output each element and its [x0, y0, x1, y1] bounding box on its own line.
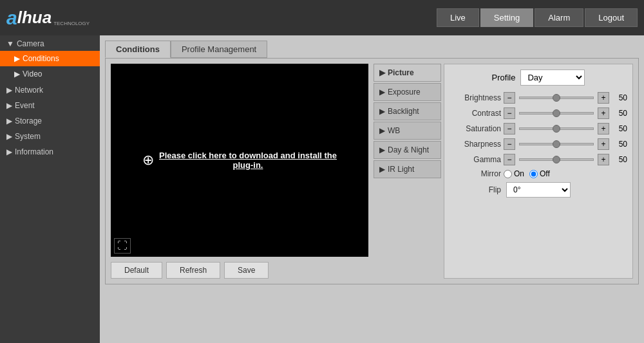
- sidebar-event-label: Event: [15, 101, 35, 110]
- brightness-track[interactable]: [519, 97, 594, 99]
- default-button[interactable]: Default: [111, 262, 162, 279]
- sidebar-camera-label: Camera: [17, 39, 44, 48]
- sidebar-section-camera[interactable]: ▼ Camera: [0, 35, 100, 51]
- mirror-off-option[interactable]: Off: [529, 169, 550, 178]
- brightness-plus[interactable]: +: [598, 92, 609, 104]
- contrast-value: 50: [612, 109, 627, 118]
- contrast-minus[interactable]: −: [504, 107, 515, 119]
- arrow-right-icon6: ▶: [6, 132, 12, 141]
- brightness-row: Brightness − + 50: [450, 92, 627, 104]
- sidebar-section-event[interactable]: ▶ Event: [0, 97, 100, 113]
- plugin-msg-line1: Please click here to download and instal…: [159, 151, 337, 160]
- picture-panel: ▶ Picture ▶ Exposure ▶ Backlight ▶ WB: [374, 64, 633, 279]
- tri-icon2: ▶: [379, 88, 385, 97]
- nav-live[interactable]: Live: [437, 8, 479, 27]
- gamma-row: Gamma − + 50: [450, 154, 627, 165]
- sidebar-item-video[interactable]: ▶ Video: [0, 66, 100, 82]
- saturation-row: Saturation − + 50: [450, 123, 627, 134]
- tab-content: ⊕ Please click here to download and inst…: [105, 58, 639, 284]
- backlight-label: Backlight: [388, 107, 419, 116]
- picture-menu-exposure[interactable]: ▶ Exposure: [374, 83, 441, 101]
- plugin-download-link[interactable]: Please click here to download and instal…: [159, 151, 337, 170]
- arrow-right-icon5: ▶: [6, 116, 12, 125]
- saturation-label: Saturation: [450, 124, 501, 133]
- contrast-thumb[interactable]: [553, 109, 560, 117]
- gamma-plus[interactable]: +: [598, 154, 609, 165]
- sharpness-minus[interactable]: −: [504, 138, 515, 150]
- sidebar-section-network[interactable]: ▶ Network: [0, 82, 100, 97]
- gamma-label: Gamma: [450, 155, 501, 164]
- picture-menu-wb[interactable]: ▶ WB: [374, 122, 441, 140]
- sidebar: ▼ Camera ▶ Conditions ▶ Video ▶ Network …: [0, 35, 100, 343]
- contrast-row: Contrast − + 50: [450, 107, 627, 119]
- saturation-minus[interactable]: −: [504, 123, 515, 134]
- profile-select[interactable]: Day Night Normal: [520, 70, 585, 86]
- gamma-track[interactable]: [519, 158, 594, 161]
- saturation-thumb[interactable]: [553, 125, 560, 133]
- saturation-value: 50: [612, 124, 627, 133]
- mirror-on-radio[interactable]: [504, 170, 512, 178]
- sidebar-conditions-label: Conditions: [23, 54, 59, 63]
- sidebar-item-conditions[interactable]: ▶ Conditions: [0, 51, 100, 66]
- sidebar-section-storage[interactable]: ▶ Storage: [0, 113, 100, 128]
- mirror-row: Mirror On Off: [450, 169, 627, 178]
- header: a lhua TECHNOLOGY Live Setting Alarm Log…: [0, 0, 644, 35]
- tri-icon: ▶: [379, 68, 385, 77]
- arrow-right-icon: ▶: [14, 54, 20, 63]
- gamma-minus[interactable]: −: [504, 154, 515, 165]
- sharpness-track[interactable]: [519, 143, 594, 145]
- contrast-label: Contrast: [450, 109, 501, 118]
- daynight-label: Day & Night: [388, 145, 429, 154]
- tab-profile-management[interactable]: Profile Management: [171, 41, 267, 58]
- flip-select[interactable]: 0° 90° 180° 270°: [506, 182, 571, 198]
- picture-menu-backlight[interactable]: ▶ Backlight: [374, 102, 441, 120]
- picture-menu-irlight[interactable]: ▶ IR Light: [374, 160, 441, 178]
- contrast-track[interactable]: [519, 112, 594, 115]
- picture-menu-daynight[interactable]: ▶ Day & Night: [374, 141, 441, 159]
- sidebar-section-system[interactable]: ▶ System: [0, 128, 100, 144]
- tab-conditions[interactable]: Conditions: [105, 41, 171, 58]
- mirror-off-radio[interactable]: [529, 170, 538, 178]
- nav-alarm[interactable]: Alarm: [535, 8, 583, 27]
- logo-sub: TECHNOLOGY: [53, 21, 90, 26]
- sharpness-row: Sharpness − + 50: [450, 138, 627, 150]
- refresh-button[interactable]: Refresh: [166, 262, 220, 279]
- mirror-on-label: On: [514, 169, 524, 178]
- plugin-msg-line2: plug-in.: [233, 160, 263, 170]
- nav-buttons: Live Setting Alarm Logout: [437, 8, 638, 27]
- main: ▼ Camera ▶ Conditions ▶ Video ▶ Network …: [0, 35, 644, 343]
- picture-menu: ▶ Picture ▶ Exposure ▶ Backlight ▶ WB: [374, 64, 441, 279]
- irlight-label: IR Light: [388, 165, 414, 174]
- picture-label: Picture: [388, 68, 414, 77]
- sidebar-system-label: System: [15, 132, 41, 141]
- sidebar-information-label: Information: [15, 147, 53, 156]
- contrast-plus[interactable]: +: [598, 107, 609, 119]
- save-button[interactable]: Save: [224, 262, 269, 279]
- sharpness-plus[interactable]: +: [598, 138, 609, 150]
- nav-logout[interactable]: Logout: [585, 8, 638, 27]
- mirror-on-option[interactable]: On: [504, 169, 524, 178]
- arrow-right-icon7: ▶: [6, 147, 12, 156]
- exposure-label: Exposure: [388, 88, 421, 97]
- sidebar-storage-label: Storage: [15, 116, 42, 125]
- flip-label: Flip: [450, 185, 501, 194]
- brightness-minus[interactable]: −: [504, 92, 515, 104]
- mirror-off-label: Off: [540, 169, 550, 178]
- video-area: ⊕ Please click here to download and inst…: [111, 64, 368, 257]
- fullscreen-button[interactable]: ⛶: [114, 238, 131, 254]
- tri-icon3: ▶: [379, 107, 385, 116]
- tri-icon6: ▶: [379, 165, 385, 174]
- brightness-value: 50: [612, 93, 627, 102]
- sharpness-thumb[interactable]: [553, 140, 560, 148]
- brightness-thumb[interactable]: [553, 94, 560, 102]
- flip-row: Flip 0° 90° 180° 270°: [450, 182, 627, 198]
- logo-brand: lhua: [17, 8, 52, 28]
- plugin-icon: ⊕: [142, 152, 154, 169]
- gamma-thumb[interactable]: [553, 156, 560, 163]
- saturation-track[interactable]: [519, 127, 594, 130]
- sidebar-section-information[interactable]: ▶ Information: [0, 144, 100, 159]
- nav-setting[interactable]: Setting: [480, 8, 533, 27]
- picture-menu-picture[interactable]: ▶ Picture: [374, 64, 441, 82]
- saturation-plus[interactable]: +: [598, 123, 609, 134]
- arrow-right-icon3: ▶: [6, 86, 12, 95]
